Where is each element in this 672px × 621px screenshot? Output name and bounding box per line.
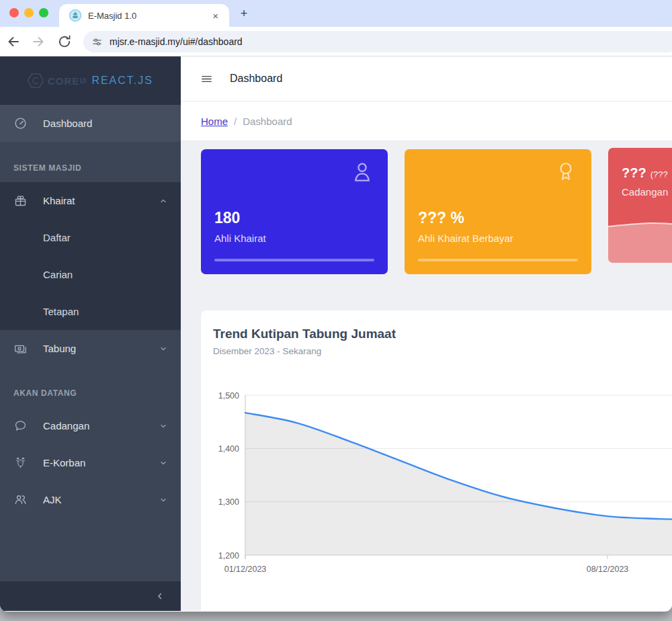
app-header: Dashboard	[181, 56, 672, 101]
sidebar-nav: Dashboard SISTEM MASJID Khairat	[0, 105, 181, 518]
sidebar-item-label: Tabung	[43, 343, 76, 354]
breadcrumb-separator: /	[234, 116, 237, 127]
widget-value: ???	[622, 165, 646, 181]
back-icon[interactable]	[5, 34, 22, 50]
widget-value-note: (???	[650, 169, 668, 179]
speedometer-icon	[12, 116, 28, 130]
chevron-down-icon	[159, 459, 167, 467]
widget-underline	[418, 259, 578, 261]
chart-subtitle: Disember 2023 - Sekarang	[213, 345, 672, 358]
browser-tab[interactable]: E-Masjid 1.0 ×	[59, 4, 229, 27]
site-favicon-icon	[69, 9, 81, 22]
sidebar-item-label: Daftar	[43, 232, 71, 243]
svg-text:08/12/2023: 08/12/2023	[587, 565, 629, 574]
widget-label: Cadangan	[622, 186, 668, 198]
forward-icon[interactable]	[30, 34, 46, 50]
widget-cadangan: ??? (??? Cadangan	[608, 148, 672, 263]
chart-header: Trend Kutipan Tabung Jumaat Disember 202…	[201, 310, 672, 358]
browser-window: E-Masjid 1.0 × + mjsr.e-masjid.my/ui#/da…	[0, 0, 672, 612]
close-window-button[interactable]	[9, 8, 19, 17]
sidebar-group-ekorban[interactable]: E-Korban	[0, 444, 181, 481]
tab-title: E-Masjid 1.0	[88, 11, 210, 21]
sidebar-brand[interactable]: COREUI REACT.JS	[0, 56, 181, 105]
trend-kutipan-card: Trend Kutipan Tabung Jumaat Disember 202…	[201, 310, 672, 611]
chevron-down-icon	[159, 422, 167, 430]
coreui-logo-icon	[28, 73, 44, 89]
svg-text:1,400: 1,400	[218, 444, 239, 454]
sidebar-item-label: Khairat	[43, 195, 75, 206]
trend-chart: 01/12/202308/12/20231,2001,3001,4001,500	[201, 376, 672, 585]
chevron-down-icon	[159, 345, 167, 353]
sidebar-item-dashboard[interactable]: Dashboard	[0, 105, 181, 142]
site-settings-tune-icon[interactable]	[91, 36, 103, 48]
danger-spark	[608, 221, 672, 263]
sidebar-group-khairat[interactable]: Khairat	[0, 182, 181, 219]
people-icon	[12, 493, 28, 507]
address-bar[interactable]: mjsr.e-masjid.my/ui#/dashboard	[83, 31, 672, 52]
brand-text-ui: UI	[79, 77, 86, 85]
window-controls	[9, 8, 48, 17]
widget-ahli-khairat: 180 Ahli Khairat	[201, 149, 388, 274]
stats-widgets-row: 180 Ahli Khairat ??? % Ahli Khairat Be	[201, 149, 672, 274]
svg-text:1,500: 1,500	[218, 391, 239, 401]
hamburger-menu-icon[interactable]	[200, 73, 213, 85]
svg-text:1,200: 1,200	[218, 551, 239, 561]
breadcrumb-home-link[interactable]: Home	[201, 116, 228, 127]
zoom-window-button[interactable]	[39, 8, 48, 17]
widget-label: Ahli Khairat	[214, 233, 266, 244]
widget-value-row: ??? (???	[622, 165, 668, 181]
sidebar-item-label: Cadangan	[43, 420, 89, 431]
sidebar-group-khairat-container: Khairat Daftar Carian Tetapan	[0, 182, 181, 330]
breadcrumb: Home / Dashboard	[181, 101, 672, 141]
sidebar-minimizer[interactable]	[0, 581, 181, 611]
svg-text:1,300: 1,300	[218, 497, 239, 507]
widget-label: Ahli Khairat Berbayar	[418, 233, 513, 244]
browser-toolbar: mjsr.e-masjid.my/ui#/dashboard	[0, 27, 672, 56]
sidebar-section-sistem-masjid: SISTEM MASJID	[0, 142, 181, 182]
sidebar-item-label: Tetapan	[43, 306, 79, 317]
main-area: Dashboard Home / Dashboard	[181, 56, 672, 611]
sidebar-group-cadangan[interactable]: Cadangan	[0, 407, 181, 444]
sidebar-group-ajk[interactable]: AJK	[0, 481, 181, 518]
widget-ahli-khairat-berbayar: ??? % Ahli Khairat Berbayar	[405, 149, 591, 274]
browser-tab-strip: E-Masjid 1.0 × +	[0, 0, 672, 27]
chart-title: Trend Kutipan Tabung Jumaat	[213, 325, 672, 343]
sidebar-item-label: Carian	[43, 269, 73, 280]
url-text: mjsr.e-masjid.my/ui#/dashboard	[110, 36, 243, 47]
chevron-up-icon	[159, 197, 167, 205]
new-tab-button[interactable]: +	[237, 7, 251, 22]
user-icon	[351, 159, 373, 185]
dashboard-content: 180 Ahli Khairat ??? % Ahli Khairat Be	[181, 141, 672, 611]
brand-text-reactjs: REACT.JS	[91, 75, 153, 87]
chart-plot-area: 01/12/202308/12/20231,2001,3001,4001,500	[201, 376, 672, 585]
sidebar-item-carian[interactable]: Carian	[0, 256, 181, 293]
widget-value: 180	[214, 209, 240, 227]
award-badge-icon	[555, 159, 577, 185]
sidebar-item-label: Dashboard	[43, 118, 92, 129]
money-icon	[12, 341, 28, 356]
sidebar-item-daftar[interactable]: Daftar	[0, 219, 181, 256]
chevron-down-icon	[159, 496, 167, 504]
goat-icon	[12, 456, 28, 470]
widget-value: ??? %	[418, 209, 464, 227]
page-title: Dashboard	[230, 73, 282, 85]
minimize-window-button[interactable]	[24, 8, 34, 17]
sidebar-item-label: AJK	[43, 494, 62, 505]
chevron-left-icon	[155, 591, 165, 601]
sidebar-item-label: E-Korban	[43, 457, 85, 468]
sidebar: COREUI REACT.JS Dashboard SISTEM MASJID	[0, 56, 181, 611]
sidebar-item-tetapan[interactable]: Tetapan	[0, 293, 181, 330]
gift-icon	[12, 194, 28, 208]
sidebar-spacer	[0, 518, 181, 581]
reload-icon[interactable]	[56, 34, 73, 50]
sidebar-group-tabung[interactable]: Tabung	[0, 330, 181, 367]
breadcrumb-current: Dashboard	[243, 116, 292, 127]
svg-text:01/12/2023: 01/12/2023	[224, 565, 267, 574]
brand-text-core: CORE	[48, 75, 79, 87]
widget-underline	[214, 259, 374, 261]
speech-bubble-icon	[12, 419, 28, 433]
sidebar-section-akan-datang: AKAN DATANG	[0, 367, 181, 407]
close-tab-icon[interactable]: ×	[210, 9, 221, 22]
